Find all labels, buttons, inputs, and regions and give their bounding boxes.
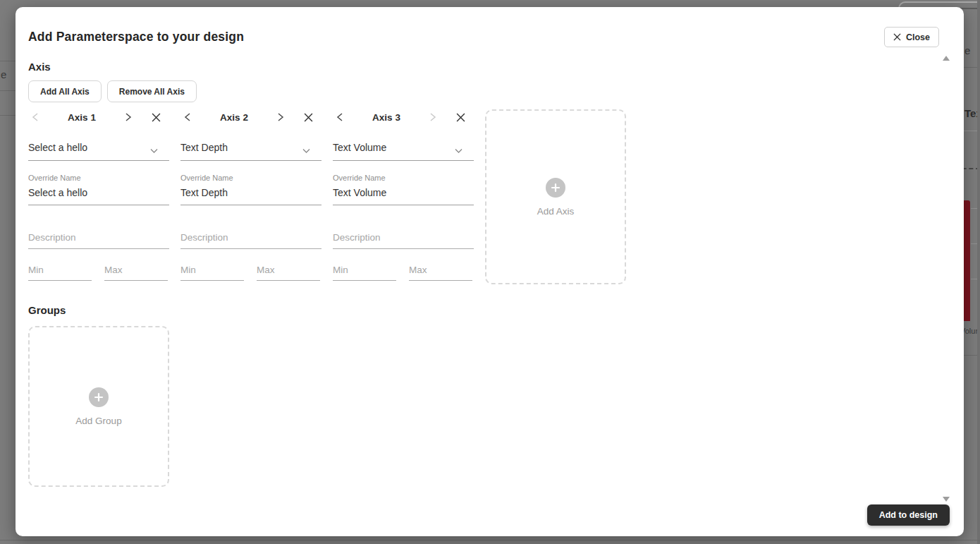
axis-prev-icon[interactable] [28, 110, 42, 124]
axis-prev-icon[interactable] [333, 110, 347, 124]
plus-icon [546, 178, 565, 198]
axis-cards-row: Axis 1 Select a hello Override Name [28, 109, 626, 284]
min-input[interactable] [333, 265, 396, 281]
min-input[interactable] [28, 265, 92, 281]
background-divider [0, 540, 980, 540]
chevron-down-icon [302, 145, 310, 150]
background-partial-text-left: e [1, 68, 6, 80]
axis-card-2: Axis 2 Text Depth Override Name [180, 109, 321, 281]
background-scrollbar-strip [977, 0, 980, 544]
max-input[interactable] [409, 265, 472, 281]
remove-all-axis-button[interactable]: Remove All Axis [107, 80, 197, 102]
override-name-input[interactable] [180, 187, 321, 205]
override-name-label: Override Name [180, 174, 321, 183]
axis-card-1: Axis 1 Select a hello Override Name [28, 109, 169, 281]
description-input[interactable] [28, 232, 169, 249]
background-divider [0, 61, 16, 61]
background-divider [0, 90, 16, 91]
dialog-title: Add Parameterspace to your design [28, 30, 244, 44]
axis-remove-icon[interactable] [300, 109, 316, 125]
close-button-label: Close [906, 32, 930, 42]
axis-next-icon[interactable] [426, 110, 440, 124]
chevron-down-icon [150, 145, 158, 150]
axis-card-header: Axis 1 [28, 109, 169, 125]
axis-next-icon[interactable] [121, 110, 135, 124]
override-name-input[interactable] [28, 187, 169, 205]
plus-icon [89, 387, 109, 407]
chevron-down-icon [455, 145, 463, 150]
minmax-row [180, 265, 321, 281]
axis-prev-icon[interactable] [180, 110, 195, 124]
override-name-label: Override Name [28, 174, 169, 183]
add-axis-button[interactable]: Add Axis [485, 109, 626, 284]
description-input[interactable] [180, 232, 321, 249]
minmax-row [28, 265, 169, 281]
max-input[interactable] [257, 265, 320, 281]
add-all-axis-button[interactable]: Add All Axis [28, 80, 102, 102]
background-partial-text-right: e [964, 44, 970, 56]
axis-parameter-select-value: Select a hello [28, 142, 87, 153]
max-input[interactable] [104, 265, 168, 281]
axis-name: Axis 2 [195, 112, 274, 123]
axis-parameter-select[interactable]: Text Volume [333, 142, 474, 161]
scroll-up-icon[interactable] [942, 52, 950, 58]
add-group-label: Add Group [75, 416, 121, 426]
axis-name: Axis 1 [42, 112, 121, 123]
add-to-design-button[interactable]: Add to design [867, 504, 950, 526]
axis-remove-icon[interactable] [148, 109, 164, 125]
groups-section-heading: Groups [28, 304, 66, 316]
axis-section-heading: Axis [28, 61, 51, 73]
override-name-input[interactable] [333, 187, 474, 205]
minmax-row [333, 265, 474, 281]
axis-parameter-select-value: Text Volume [333, 142, 386, 153]
axis-actions-row: Add All Axis Remove All Axis [28, 80, 197, 102]
add-axis-label: Add Axis [537, 206, 575, 217]
axis-name: Axis 3 [347, 112, 426, 123]
min-input[interactable] [180, 265, 244, 281]
override-name-label: Override Name [333, 174, 474, 183]
scroll-down-icon[interactable] [942, 492, 950, 499]
axis-next-icon[interactable] [274, 110, 288, 124]
add-group-button[interactable]: Add Group [28, 326, 169, 487]
description-input[interactable] [333, 232, 474, 249]
axis-card-header: Axis 2 [180, 109, 321, 125]
axis-parameter-select[interactable]: Text Depth [180, 142, 321, 161]
close-button[interactable]: Close [884, 27, 939, 47]
axis-card-3: Axis 3 Text Volume Override Name [333, 109, 474, 281]
background-divider [0, 115, 16, 116]
axis-card-header: Axis 3 [333, 109, 474, 125]
axis-remove-icon[interactable] [453, 109, 468, 125]
add-parameterspace-dialog: Add Parameterspace to your design Close … [16, 7, 964, 536]
axis-parameter-select[interactable]: Select a hello [28, 142, 169, 161]
axis-parameter-select-value: Text Depth [180, 142, 228, 153]
close-icon [893, 33, 901, 41]
